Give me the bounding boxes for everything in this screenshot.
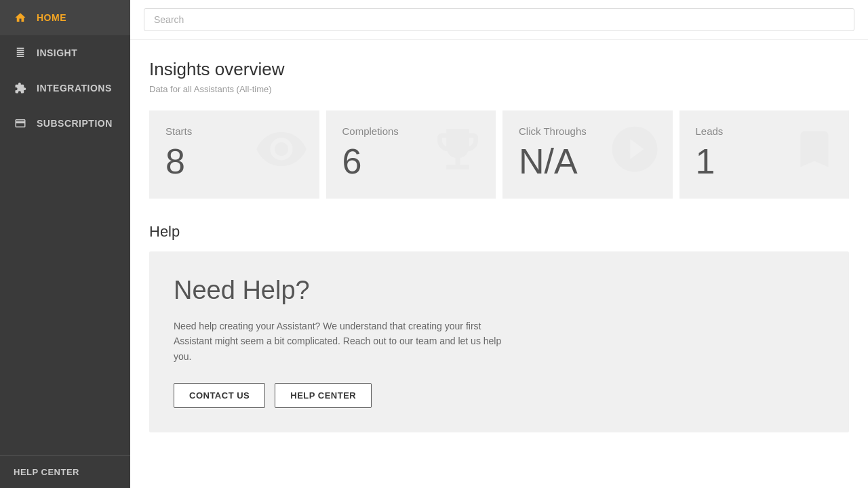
help-heading: Need Help? xyxy=(174,276,825,305)
stat-card-completions: Completions 6 xyxy=(326,110,496,199)
content-area: Insights overview Data for all Assistant… xyxy=(130,40,868,488)
help-buttons: CONTACT US HELP CENTER xyxy=(174,383,825,408)
stat-click-throughs-value: N/A xyxy=(519,144,656,179)
stats-row: Starts 8 Completions 6 Click Thr xyxy=(149,110,849,199)
help-body-text: Need help creating your Assistant? We un… xyxy=(174,319,513,364)
insights-title: Insights overview xyxy=(149,59,849,80)
insight-icon xyxy=(14,46,27,60)
stat-card-click-throughs: Click Throughs N/A xyxy=(502,110,673,199)
search-bar xyxy=(130,0,868,40)
sidebar-item-subscription-label: SUBSCRIPTION xyxy=(37,118,113,129)
stat-starts-label: Starts xyxy=(165,125,303,137)
search-input[interactable] xyxy=(144,8,854,31)
stat-completions-label: Completions xyxy=(342,125,480,137)
sidebar-help-center[interactable]: HELP CENTER xyxy=(0,455,130,488)
help-center-button[interactable]: HELP CENTER xyxy=(275,383,372,408)
subscription-icon xyxy=(14,117,27,130)
sidebar-item-home-label: HOME xyxy=(37,12,66,23)
help-center-label: HELP CENTER xyxy=(14,467,79,477)
stat-click-throughs-label: Click Throughs xyxy=(519,125,656,137)
sidebar-item-insight[interactable]: INSIGHT xyxy=(0,35,130,70)
sidebar-item-home[interactable]: HOME xyxy=(0,0,130,35)
integrations-icon xyxy=(14,81,27,95)
stat-card-starts: Starts 8 xyxy=(149,110,319,199)
sidebar-item-integrations[interactable]: INTEGRATIONS xyxy=(0,70,130,106)
stat-card-leads: Leads 1 xyxy=(679,110,850,199)
stat-completions-value: 6 xyxy=(342,144,480,179)
help-box: Need Help? Need help creating your Assis… xyxy=(149,251,849,432)
stat-starts-value: 8 xyxy=(165,144,303,179)
home-icon xyxy=(14,11,27,24)
sidebar-item-insight-label: INSIGHT xyxy=(37,47,77,58)
stat-leads-label: Leads xyxy=(696,125,833,137)
stat-leads-value: 1 xyxy=(696,144,833,179)
sidebar-item-subscription[interactable]: SUBSCRIPTION xyxy=(0,106,130,141)
help-section-title: Help xyxy=(149,223,849,241)
sidebar-item-integrations-label: INTEGRATIONS xyxy=(37,83,112,94)
insights-subtitle: Data for all Assistants (All-time) xyxy=(149,84,849,94)
main-content: Insights overview Data for all Assistant… xyxy=(130,0,868,488)
sidebar: HOME INSIGHT INTEGRATIONS SUBSCRIPTION H… xyxy=(0,0,130,488)
contact-us-button[interactable]: CONTACT US xyxy=(174,383,265,408)
